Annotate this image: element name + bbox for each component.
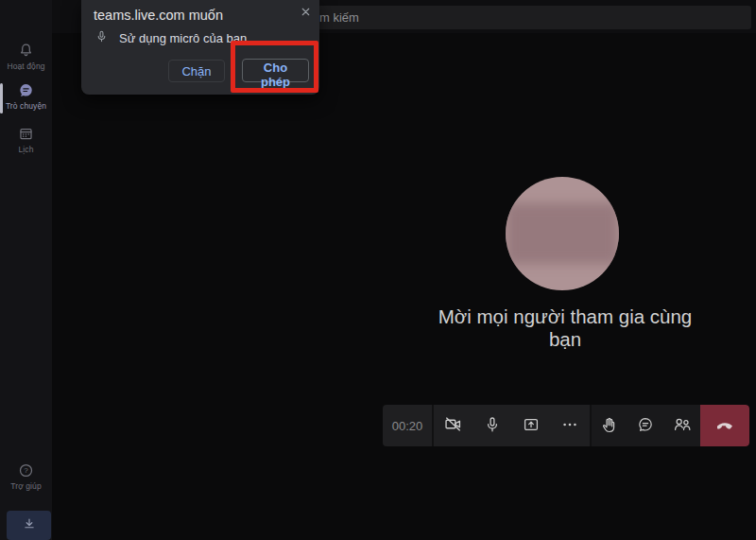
sidebar-item-chat[interactable]: Trò chuyện (0, 81, 52, 111)
meeting-chat-button[interactable] (627, 405, 663, 446)
sidebar-item-label: Trò chuyện (0, 101, 52, 111)
raise-hand-icon (600, 415, 619, 437)
timer-segment: 00:20 (383, 405, 432, 446)
engagement-controls-segment (590, 405, 700, 446)
calendar-icon (0, 125, 52, 143)
permission-dialog-title: teams.live.com muốn (94, 8, 223, 23)
search-text: m kiếm (318, 10, 359, 25)
sidebar-item-calendar[interactable]: Lịch (0, 125, 52, 154)
help-icon: ? (0, 462, 52, 479)
close-icon (300, 7, 312, 21)
more-options-button[interactable] (552, 405, 588, 446)
microphone-request-icon (94, 29, 109, 47)
participants-button[interactable] (664, 405, 700, 446)
avatar (506, 177, 619, 290)
download-icon (21, 515, 38, 535)
meeting-stage: Mời mọi người tham gia cùng bạn 00:20 (52, 33, 756, 540)
raise-hand-button[interactable] (592, 405, 627, 446)
search-input[interactable]: m kiếm (318, 6, 751, 29)
close-button[interactable] (298, 4, 314, 23)
camera-off-button[interactable] (436, 405, 472, 446)
permission-request-text: Sử dụng micrô của bạn (119, 31, 247, 45)
share-screen-icon (522, 415, 541, 437)
device-controls-segment (432, 405, 590, 446)
microphone-icon (483, 415, 502, 437)
microphone-button[interactable] (474, 405, 510, 446)
share-screen-button[interactable] (513, 405, 549, 446)
sidebar-item-help[interactable]: ? Trợ giúp (0, 462, 52, 491)
hang-up-button[interactable] (700, 405, 749, 446)
app-sidebar: Hoạt động Trò chuyện Lịch (0, 0, 52, 540)
meeting-timer: 00:20 (392, 419, 423, 433)
sidebar-item-label: Hoạt động (0, 61, 52, 71)
camera-off-icon (443, 414, 463, 437)
ellipsis-icon (560, 415, 579, 437)
bell-icon (0, 42, 52, 60)
invite-message: Mời mọi người tham gia cùng bạn (425, 305, 705, 351)
participants-icon (672, 414, 692, 437)
download-app-button[interactable] (7, 511, 51, 540)
allow-button[interactable]: Cho phép (242, 59, 309, 82)
chat-bubble-icon (0, 81, 52, 99)
block-button[interactable]: Chặn (168, 60, 225, 82)
teams-meeting-window: m kiếm Hoạt động Trò chuyện (0, 0, 756, 540)
meeting-chat-icon (636, 415, 655, 437)
sidebar-item-label: Lịch (0, 145, 52, 154)
permission-dialog: teams.live.com muốn Sử dụng micrô của bạ… (81, 0, 319, 95)
hang-up-icon (713, 413, 736, 439)
sidebar-item-activity[interactable]: Hoạt động (0, 42, 52, 71)
sidebar-item-label: Trợ giúp (0, 481, 52, 491)
svg-text:?: ? (24, 466, 28, 475)
selected-indicator (0, 83, 3, 113)
avatar-blurred-name (507, 203, 618, 264)
meeting-control-bar: 00:20 (383, 405, 749, 446)
